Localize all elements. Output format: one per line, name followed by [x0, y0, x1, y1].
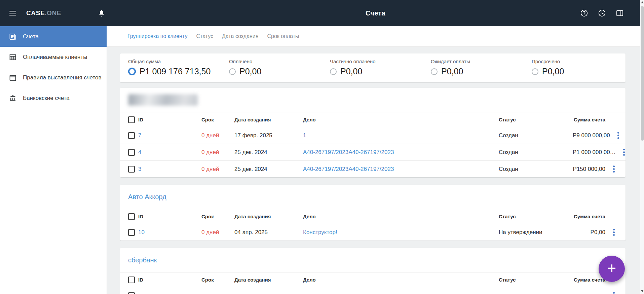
row-menu-kebab-icon[interactable]: [619, 147, 626, 157]
summary-card: Общая сумма Р1 009 176 713,50 Оплачено Р…: [120, 53, 626, 82]
row-menu-kebab-icon[interactable]: [609, 227, 619, 237]
invoice-row[interactable]: 10 0 дней 04 апр. 2025 Конструктор! На у…: [120, 224, 626, 241]
stat-radio[interactable]: [431, 68, 438, 75]
sidebar-item-billable-clients[interactable]: Оплачиваемые клиенты: [0, 47, 107, 67]
stat-label: Частично оплачено: [330, 59, 423, 64]
invoice-case-link[interactable]: 1: [303, 132, 499, 139]
stat-value: Р0,00: [239, 67, 261, 76]
invoice-amount: Р9 000 000,00: [573, 132, 610, 139]
stat-label: Ожидает оплаты: [431, 59, 524, 64]
invoice-term: 0 дней: [201, 229, 234, 236]
invoice-created-date: 25 дек. 2024: [234, 149, 303, 156]
redacted-client-name: [128, 94, 198, 106]
table-header-row: ID Срок Дата создания Дело Статус Сумма …: [120, 272, 626, 287]
col-header-term: Срок: [201, 117, 234, 122]
group-header: сбербанк: [120, 248, 626, 272]
invoice-case-link[interactable]: Конструктор!: [303, 229, 499, 236]
invoice-amount: Р150 000,00: [573, 166, 605, 173]
sidebar-item-invoices[interactable]: Счета: [0, 26, 107, 47]
row-checkbox[interactable]: [128, 166, 135, 173]
invoice-status: Создан: [499, 149, 573, 156]
sidebar: Счета Оплачиваемые клиенты Правила выста…: [0, 26, 107, 294]
stat-value: Р0,00: [542, 67, 564, 76]
select-all-checkbox[interactable]: [128, 277, 135, 283]
row-checkbox[interactable]: [128, 229, 135, 236]
invoice-status: Создан: [499, 132, 573, 139]
invoice-case-link[interactable]: А40-267197/2023А40-267197/2023: [303, 166, 499, 173]
filter-tab-due-date[interactable]: Срок оплаты: [267, 33, 299, 39]
col-header-case: Дело: [303, 214, 499, 219]
filter-tab-date-created[interactable]: Дата создания: [222, 33, 258, 39]
col-header-term: Срок: [201, 214, 234, 219]
filter-tab-status[interactable]: Статус: [196, 33, 213, 39]
row-menu-kebab-icon[interactable]: [609, 291, 619, 294]
col-header-amount: Сумма счета: [573, 214, 605, 219]
invoice-id-link[interactable]: 7: [138, 132, 201, 139]
invoice-row[interactable]: 7 0 дней 17 февр. 2025 1 Создан Р9 000 0…: [120, 127, 626, 144]
summary-stat-total: Общая сумма Р1 009 176 713,50: [120, 59, 221, 76]
invoice-row[interactable]: 3 0 дней 25 дек. 2024 А40-267197/2023А40…: [120, 160, 626, 177]
scroll-down-arrow[interactable]: [640, 289, 644, 293]
invoice-id-link[interactable]: 3: [138, 166, 201, 173]
stat-value: Р1 009 176 713,50: [140, 67, 211, 76]
group-header: Авто Аккорд: [120, 185, 626, 209]
stat-radio[interactable]: [532, 68, 538, 75]
stat-label: Оплачено: [229, 59, 322, 64]
summary-stat-overdue: Просрочено Р0,00: [524, 59, 624, 76]
invoice-case-link[interactable]: А40-267197/2023А40-267197/2023: [303, 149, 499, 156]
invoice-icon: [9, 33, 17, 41]
select-all-checkbox[interactable]: [128, 213, 135, 220]
invoice-id-link[interactable]: 4: [138, 149, 201, 156]
stat-radio[interactable]: [330, 68, 337, 75]
scroll-up-arrow[interactable]: [640, 1, 644, 5]
sidebar-item-billing-rules[interactable]: Правила выставления счетов: [0, 67, 107, 88]
invoice-status: Создан: [499, 166, 573, 173]
invoice-created-date: 25 дек. 2024: [234, 166, 303, 173]
stat-value: Р0,00: [340, 67, 362, 76]
sidebar-item-bank-accounts[interactable]: Банковские счета: [0, 88, 107, 108]
stat-radio[interactable]: [128, 68, 136, 75]
col-header-created: Дата создания: [234, 117, 303, 122]
invoice-id-link[interactable]: 10: [138, 229, 201, 236]
row-checkbox[interactable]: [128, 292, 135, 294]
client-group-card: ID Срок Дата создания Дело Статус Сумма …: [120, 88, 626, 177]
row-menu-kebab-icon[interactable]: [613, 131, 623, 141]
invoice-status: На утверждении: [499, 229, 573, 236]
col-header-amount: Сумма счета: [573, 277, 605, 283]
clients-icon: [9, 53, 17, 61]
row-menu-kebab-icon[interactable]: [609, 164, 619, 174]
notifications-bell-icon[interactable]: [96, 8, 107, 19]
group-header: [120, 88, 626, 112]
help-icon[interactable]: [579, 8, 590, 19]
menu-icon[interactable]: [7, 8, 18, 19]
history-clock-icon[interactable]: [597, 8, 607, 19]
invoice-row[interactable]: 4 0 дней 25 дек. 2024 А40-267197/2023А40…: [120, 144, 626, 160]
stat-label: Общая сумма: [128, 59, 221, 64]
col-header-case: Дело: [303, 117, 499, 122]
main-content: Группировка по клиентуСтатусДата создани…: [107, 26, 644, 294]
add-invoice-fab[interactable]: +: [599, 256, 625, 282]
bank-icon: [9, 94, 17, 102]
select-all-checkbox[interactable]: [128, 116, 135, 123]
summary-stat-paid: Оплачено Р0,00: [221, 59, 322, 76]
col-header-id: ID: [138, 277, 201, 283]
table-header-row: ID Срок Дата создания Дело Статус Сумма …: [120, 209, 626, 224]
client-name-link[interactable]: Авто Аккорд: [128, 193, 166, 201]
summary-stat-partially-paid: Частично оплачено Р0,00: [322, 59, 423, 76]
invoice-term: 0 дней: [201, 149, 234, 156]
filter-tab-group-by-client[interactable]: Группировка по клиенту: [127, 33, 187, 39]
scrollbar-thumb[interactable]: [641, 6, 644, 141]
invoice-amount: Р0,00: [573, 229, 605, 236]
filter-tabs: Группировка по клиентуСтатусДата создани…: [107, 26, 644, 47]
scrollbar[interactable]: [640, 0, 644, 294]
invoice-row[interactable]: [120, 287, 626, 294]
logo-text-case: CASE: [26, 9, 45, 16]
layout-columns-icon[interactable]: [614, 8, 625, 19]
client-name-link[interactable]: сбербанк: [128, 256, 157, 264]
row-checkbox[interactable]: [128, 149, 135, 156]
row-checkbox[interactable]: [128, 132, 135, 139]
summary-stat-awaiting-payment: Ожидает оплаты Р0,00: [423, 59, 524, 76]
stat-radio[interactable]: [229, 68, 236, 75]
col-header-status: Статус: [499, 117, 573, 122]
col-header-id: ID: [138, 214, 201, 219]
